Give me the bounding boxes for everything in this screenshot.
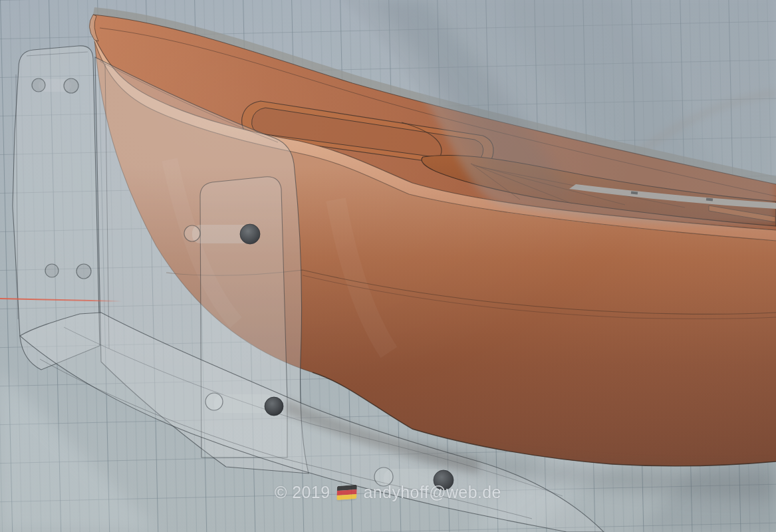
model-render-canvas[interactable]: [0, 0, 776, 532]
cad-viewport[interactable]: © 2019 andyhoff@web.de: [0, 0, 776, 532]
vignette-overlay: [0, 0, 776, 532]
